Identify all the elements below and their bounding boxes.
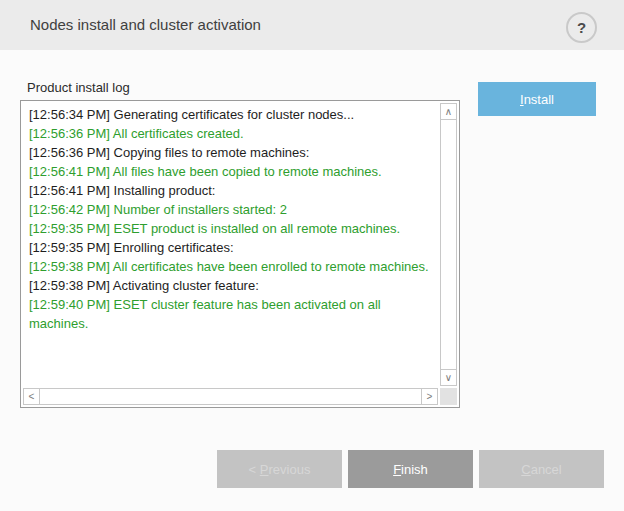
help-button[interactable]: ? — [566, 12, 597, 43]
log-line: [12:56:41 PM] Installing product: — [29, 181, 433, 200]
install-button[interactable]: Install — [478, 82, 596, 116]
scroll-up-icon[interactable]: ∧ — [440, 103, 457, 120]
scroll-left-icon[interactable]: < — [23, 388, 40, 405]
cancel-button[interactable]: Cancel — [479, 450, 604, 488]
log-line: [12:56:36 PM] Copying files to remote ma… — [29, 143, 433, 162]
log-line: [12:59:35 PM] Enrolling certificates: — [29, 238, 433, 257]
previous-button[interactable]: < Previous — [217, 450, 342, 488]
log-line: [12:56:36 PM] All certificates created. — [29, 124, 433, 143]
log-lines: [12:56:34 PM] Generating certificates fo… — [29, 105, 433, 383]
question-mark-icon: ? — [577, 19, 586, 36]
scroll-down-icon[interactable]: ∨ — [440, 369, 457, 386]
log-line: [12:56:42 PM] Number of installers start… — [29, 200, 433, 219]
log-line: [12:56:34 PM] Generating certificates fo… — [29, 105, 433, 124]
log-line: [12:56:41 PM] All files have been copied… — [29, 162, 433, 181]
log-label: Product install log — [27, 80, 130, 95]
wizard-dialog: Nodes install and cluster activation ? P… — [0, 0, 624, 511]
page-title: Nodes install and cluster activation — [30, 0, 261, 50]
log-line: [12:59:40 PM] ESET cluster feature has b… — [29, 295, 433, 333]
scroll-right-icon[interactable]: > — [421, 388, 438, 405]
log-line: [12:59:35 PM] ESET product is installed … — [29, 219, 433, 238]
vertical-scrollbar[interactable]: ∧ ∨ — [440, 103, 457, 386]
log-line: [12:59:38 PM] Activating cluster feature… — [29, 276, 433, 295]
finish-button[interactable]: Finish — [348, 450, 473, 488]
log-line: [12:59:38 PM] All certificates have been… — [29, 257, 433, 276]
horizontal-scrollbar[interactable]: < > — [23, 388, 438, 405]
install-log-listbox[interactable]: [12:56:34 PM] Generating certificates fo… — [20, 100, 460, 408]
scrollbar-corner — [440, 388, 457, 405]
dialog-header: Nodes install and cluster activation ? — [0, 0, 624, 50]
